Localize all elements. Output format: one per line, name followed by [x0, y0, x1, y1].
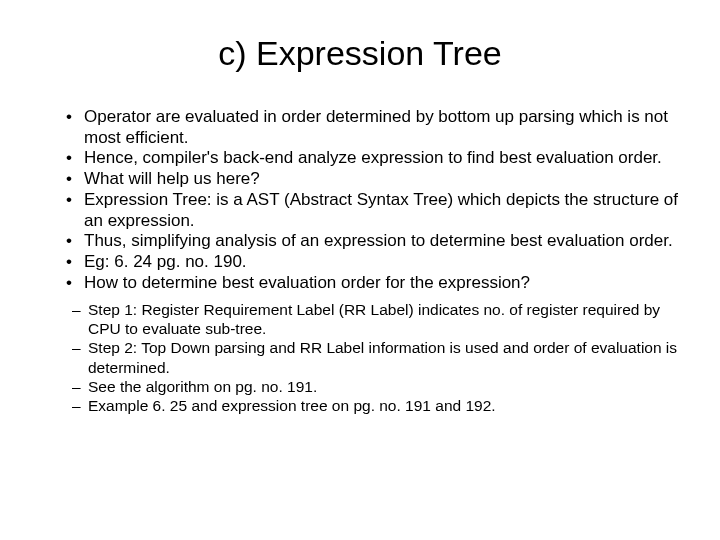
list-item: Step 2: Top Down parsing and RR Label in…	[72, 338, 682, 377]
list-item: Eg: 6. 24 pg. no. 190.	[66, 252, 682, 273]
list-item: Thus, simplifying analysis of an express…	[66, 231, 682, 252]
list-item: Expression Tree: is a AST (Abstract Synt…	[66, 190, 682, 231]
slide: c) Expression Tree Operator are evaluate…	[0, 0, 720, 540]
list-item: Hence, compiler's back-end analyze expre…	[66, 148, 682, 169]
bullet-list: Operator are evaluated in order determin…	[38, 107, 682, 294]
sub-bullet-list: Step 1: Register Requirement Label (RR L…	[38, 300, 682, 416]
slide-title: c) Expression Tree	[38, 34, 682, 73]
list-item: What will help us here?	[66, 169, 682, 190]
list-item: Operator are evaluated in order determin…	[66, 107, 682, 148]
list-item: How to determine best evaluation order f…	[66, 273, 682, 294]
list-item: Example 6. 25 and expression tree on pg.…	[72, 396, 682, 415]
list-item: Step 1: Register Requirement Label (RR L…	[72, 300, 682, 339]
list-item: See the algorithm on pg. no. 191.	[72, 377, 682, 396]
